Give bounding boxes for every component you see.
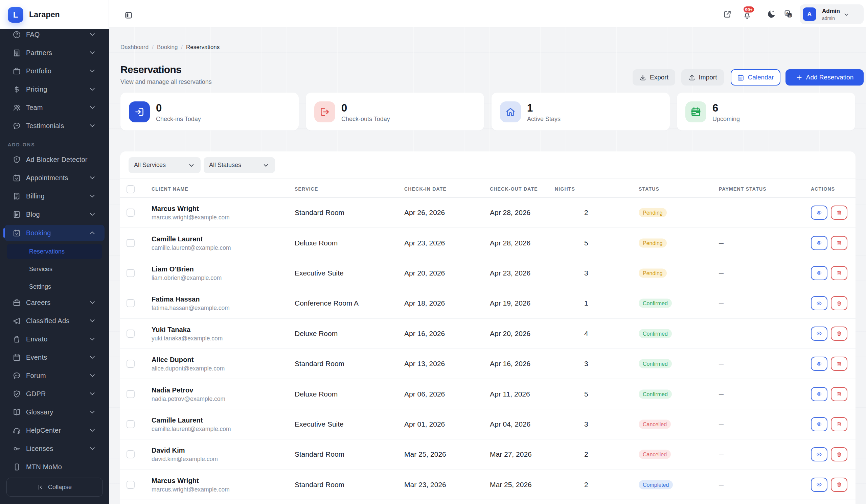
svg-text:a: a [789,14,791,17]
